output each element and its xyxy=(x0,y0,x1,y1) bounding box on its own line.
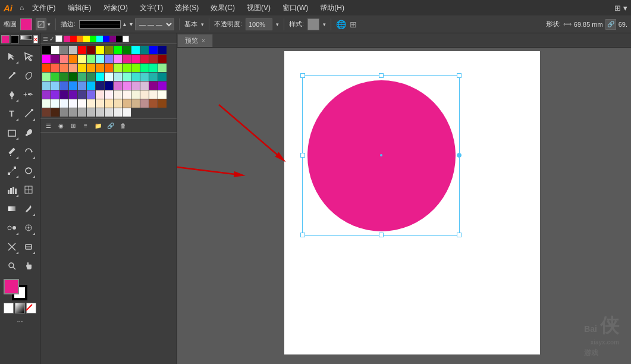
no-color-icon[interactable] xyxy=(26,303,36,313)
color-swatch[interactable] xyxy=(114,46,122,54)
menu-effect[interactable]: 效果(C) xyxy=(207,2,238,14)
zoom-tool[interactable] xyxy=(4,258,20,274)
color-swatch[interactable] xyxy=(158,55,167,63)
color-swatch[interactable] xyxy=(123,108,131,117)
color-swatch[interactable] xyxy=(78,46,86,54)
color-swatch[interactable] xyxy=(78,90,86,99)
color-swatch[interactable] xyxy=(42,64,51,72)
color-swatch[interactable] xyxy=(149,81,158,90)
color-swatch[interactable] xyxy=(96,55,104,63)
blend-tool[interactable] xyxy=(4,219,20,236)
home-icon[interactable]: ⌂ xyxy=(20,4,24,12)
stroke-down-btn[interactable]: ▼ xyxy=(128,21,134,27)
color-swatch[interactable] xyxy=(140,73,149,81)
base-dropdown[interactable]: ▾ xyxy=(201,21,204,27)
line-tool[interactable] xyxy=(20,105,36,122)
color-swatch[interactable] xyxy=(114,55,122,63)
handle-bottom-right[interactable] xyxy=(457,233,462,237)
color-swatch[interactable] xyxy=(51,46,59,54)
color-swatch[interactable] xyxy=(42,90,51,99)
color-swatch[interactable] xyxy=(69,108,77,117)
stroke-control[interactable]: ▲ ▼ — — — xyxy=(79,18,174,30)
color-swatch[interactable] xyxy=(131,81,140,90)
color-swatch[interactable] xyxy=(78,81,86,90)
lasso-tool[interactable] xyxy=(20,67,36,84)
swatch-list-icon[interactable]: ≡ xyxy=(80,120,91,131)
scale-tool[interactable] xyxy=(4,162,20,179)
color-swatch[interactable] xyxy=(51,99,59,108)
color-swatch[interactable] xyxy=(96,99,104,108)
color-swatch[interactable] xyxy=(105,64,113,72)
color-swatch[interactable] xyxy=(51,81,59,90)
color-swatch[interactable] xyxy=(114,64,122,72)
menu-window[interactable]: 窗口(W) xyxy=(279,2,312,14)
mini-swatch[interactable] xyxy=(90,36,96,42)
none-swatch[interactable]: X xyxy=(33,35,38,43)
graph-tool[interactable] xyxy=(4,181,20,198)
solid-color-icon[interactable] xyxy=(4,303,14,313)
menu-edit[interactable]: 编辑(E) xyxy=(64,2,95,14)
color-swatch[interactable] xyxy=(69,99,77,108)
color-swatch[interactable] xyxy=(131,55,140,63)
color-swatch[interactable] xyxy=(105,108,113,117)
color-swatch[interactable] xyxy=(114,108,122,117)
color-swatch[interactable] xyxy=(149,99,158,108)
selection-tool[interactable] xyxy=(4,48,20,65)
color-swatch[interactable] xyxy=(149,73,158,81)
color-swatch[interactable] xyxy=(87,73,95,81)
color-swatch[interactable] xyxy=(158,81,167,90)
fill-swatch[interactable] xyxy=(20,18,32,30)
menu-file[interactable]: 文件(F) xyxy=(29,2,59,14)
color-swatch[interactable] xyxy=(140,99,149,108)
stroke-up-btn[interactable]: ▲ xyxy=(122,21,127,27)
rotate-tool[interactable] xyxy=(20,143,36,160)
style-swatch[interactable] xyxy=(307,18,319,30)
color-swatch[interactable] xyxy=(60,46,68,54)
color-swatch[interactable] xyxy=(42,81,51,90)
color-swatch[interactable] xyxy=(78,73,86,81)
menu-view[interactable]: 视图(V) xyxy=(243,2,274,14)
color-swatch[interactable] xyxy=(69,46,77,54)
color-swatch[interactable] xyxy=(123,55,131,63)
color-swatch[interactable] xyxy=(140,90,149,99)
color-swatch[interactable] xyxy=(42,108,51,117)
magic-wand-tool[interactable] xyxy=(4,67,20,84)
color-swatch[interactable] xyxy=(51,108,59,117)
mini-swatch[interactable] xyxy=(116,36,123,42)
color-swatch[interactable] xyxy=(123,81,131,90)
view-grid-icon[interactable]: ⊞ ▾ xyxy=(614,4,627,12)
more-tools[interactable]: ··· xyxy=(1,317,39,325)
color-swatch[interactable] xyxy=(114,81,122,90)
color-swatch[interactable] xyxy=(140,64,149,72)
fill-color-box[interactable] xyxy=(4,279,19,294)
handle-middle-left[interactable] xyxy=(300,153,305,158)
swatch-view-icon[interactable]: ⊞ xyxy=(68,120,79,131)
hand-tool[interactable] xyxy=(20,258,36,274)
fill-options-btn[interactable] xyxy=(36,18,46,30)
color-swatch[interactable] xyxy=(51,73,59,81)
color-swatch[interactable] xyxy=(131,90,140,99)
color-swatch[interactable] xyxy=(87,55,95,63)
mesh-tool[interactable] xyxy=(20,181,36,198)
color-swatch[interactable] xyxy=(96,90,104,99)
eraser-tool[interactable] xyxy=(20,239,36,255)
color-swatch[interactable] xyxy=(60,81,68,90)
color-swatch[interactable] xyxy=(140,55,149,63)
color-swatch[interactable] xyxy=(140,81,149,90)
color-swatch[interactable] xyxy=(149,46,158,54)
color-swatch[interactable] xyxy=(105,46,113,54)
color-swatch[interactable] xyxy=(69,55,77,63)
color-swatch[interactable] xyxy=(114,73,122,81)
mini-swatch[interactable] xyxy=(123,36,129,42)
color-swatch[interactable] xyxy=(123,64,131,72)
gradient-tool[interactable] xyxy=(4,200,20,217)
eyedropper-tool[interactable] xyxy=(20,200,36,217)
color-swatch[interactable] xyxy=(105,73,113,81)
color-swatch[interactable] xyxy=(158,46,167,54)
active-stroke-swatch[interactable] xyxy=(11,35,19,43)
color-swatch[interactable] xyxy=(78,55,86,63)
color-swatch[interactable] xyxy=(149,55,158,63)
pencil-tool[interactable] xyxy=(4,143,20,160)
color-swatch[interactable] xyxy=(149,90,158,99)
fill-dropdown-arrow[interactable]: ▾ xyxy=(48,21,51,27)
